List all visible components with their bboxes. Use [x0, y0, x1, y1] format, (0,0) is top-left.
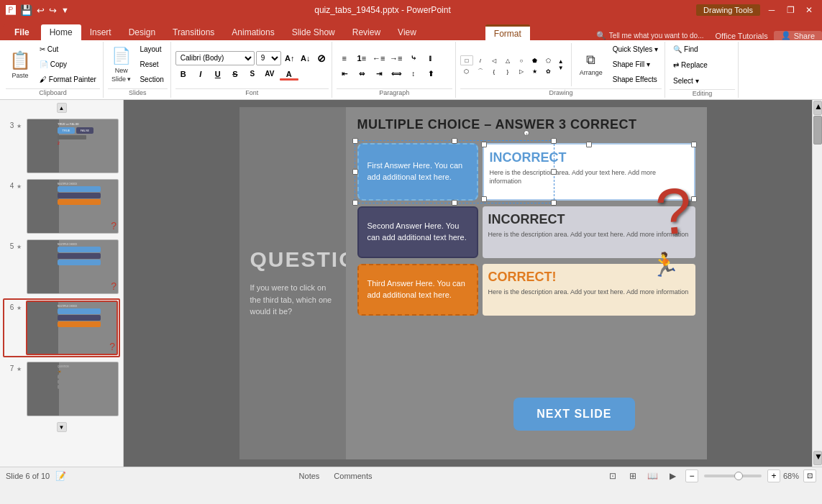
- tab-review[interactable]: Review: [344, 24, 389, 40]
- undo-icon[interactable]: ↩: [37, 5, 45, 16]
- font-family-select[interactable]: Calibri (Body): [175, 51, 255, 65]
- restore-button[interactable]: ❐: [783, 4, 798, 16]
- slide-thumb-3[interactable]: 3 ★ TRUE or FALSE TRUE FALSE 2: [3, 117, 120, 175]
- paste-button[interactable]: 📋 Paste: [6, 45, 35, 85]
- scroll-down-button[interactable]: ▼: [3, 422, 120, 432]
- increase-indent-button[interactable]: →≡: [388, 51, 404, 65]
- zoom-out-button[interactable]: −: [685, 469, 698, 482]
- fit-button[interactable]: ⊡: [803, 469, 816, 482]
- new-slide-button[interactable]: 📄 New Slide ▾: [108, 45, 135, 85]
- numbering-button[interactable]: 1≡: [354, 51, 370, 65]
- tab-insert[interactable]: Insert: [81, 24, 120, 40]
- strikethrough-button[interactable]: S: [227, 67, 243, 81]
- arrange-button[interactable]: ⧉ Arrange: [576, 45, 606, 85]
- shape-fill-button[interactable]: Shape Fill ▾: [609, 58, 662, 72]
- decrease-indent-button[interactable]: ←≡: [371, 51, 387, 65]
- shadow-button[interactable]: S: [245, 67, 260, 81]
- redo-icon[interactable]: ↪: [49, 5, 57, 16]
- shape-item[interactable]: ✿: [542, 66, 555, 76]
- tell-me-box[interactable]: 🔍 Tell me what you want to do...: [590, 31, 710, 40]
- italic-button[interactable]: I: [193, 67, 209, 81]
- handle-tl[interactable]: [352, 138, 358, 144]
- columns-button[interactable]: ⫿: [423, 51, 439, 65]
- res-handle-tr[interactable]: [691, 142, 697, 147]
- tab-transitions[interactable]: Transitions: [164, 24, 223, 40]
- shape-item[interactable]: ◁: [488, 55, 501, 65]
- shape-item[interactable]: □: [460, 55, 473, 65]
- align-right-button[interactable]: ⇥: [371, 67, 387, 81]
- replace-button[interactable]: ⇄ Replace: [670, 58, 711, 72]
- shape-effects-button[interactable]: Shape Effects: [609, 73, 662, 87]
- decrease-font-button[interactable]: A↓: [298, 51, 313, 65]
- slide-thumb-6[interactable]: 6 ★ MULTIPLE CHOICE ?: [3, 298, 120, 357]
- smartart-button[interactable]: ⤷: [406, 51, 421, 65]
- reading-view-button[interactable]: 📖: [645, 469, 661, 482]
- clear-format-button[interactable]: ⊘: [314, 51, 329, 65]
- slide-thumb-5[interactable]: 5 ★ MULTIPLE CHOICE ?: [3, 238, 120, 295]
- close-button[interactable]: ✕: [802, 4, 816, 16]
- tab-file[interactable]: File: [3, 24, 41, 40]
- bold-button[interactable]: B: [175, 67, 191, 81]
- save-icon[interactable]: 💾: [20, 4, 32, 16]
- zoom-slider[interactable]: [704, 475, 762, 477]
- bullets-button[interactable]: ≡: [337, 51, 352, 65]
- zoom-thumb[interactable]: [734, 472, 743, 480]
- handle-bl[interactable]: [352, 200, 358, 206]
- shape-item[interactable]: ⬡: [460, 66, 473, 76]
- shape-item[interactable]: △: [501, 55, 514, 65]
- scroll-up-button[interactable]: ▲: [3, 103, 120, 113]
- answer-box-1[interactable]: First Answer Here. You can add additiona…: [357, 143, 478, 201]
- tab-slideshow[interactable]: Slide Show: [283, 24, 344, 40]
- cut-button[interactable]: ✂ Cut: [36, 42, 100, 57]
- next-slide-button[interactable]: NEXT SLIDE: [513, 398, 634, 431]
- slide-img-3[interactable]: TRUE or FALSE TRUE FALSE 2: [27, 119, 119, 173]
- res-handle-bl[interactable]: [481, 196, 487, 202]
- slide-thumb-4[interactable]: 4 ★ MULTIPLE CHOICE ?: [3, 178, 120, 235]
- shape-item[interactable]: ★: [529, 66, 542, 76]
- minimize-button[interactable]: ─: [764, 4, 779, 16]
- select-button[interactable]: Select ▾: [670, 73, 703, 88]
- layout-button[interactable]: Layout: [136, 42, 167, 57]
- slideshow-view-button[interactable]: ▶: [665, 469, 681, 482]
- slide-img-7[interactable]: QUESTION 🦋: [27, 362, 119, 416]
- slide-img-5[interactable]: MULTIPLE CHOICE ?: [27, 239, 119, 294]
- slide-sorter-button[interactable]: ⊞: [625, 469, 641, 482]
- customize-icon[interactable]: ▼: [61, 6, 69, 14]
- notes-button[interactable]: Notes: [295, 472, 324, 480]
- quick-styles-button[interactable]: Quick Styles ▾: [609, 42, 662, 57]
- answer-box-3[interactable]: Third Answer Here. You can add additiona…: [357, 264, 478, 316]
- underline-button[interactable]: U: [210, 67, 226, 81]
- shape-item[interactable]: ▷: [515, 66, 528, 76]
- handle-bm[interactable]: [452, 200, 457, 206]
- align-left-button[interactable]: ⇤: [337, 67, 352, 81]
- res-handle-tl[interactable]: [481, 142, 487, 147]
- slide-thumb-7[interactable]: 7 ★ QUESTION 🦋: [3, 360, 120, 418]
- shape-item[interactable]: ⬠: [542, 55, 555, 65]
- font-size-select[interactable]: 9: [256, 51, 281, 65]
- shape-item[interactable]: }: [501, 66, 514, 76]
- res-handle-tm[interactable]: [586, 142, 592, 147]
- justify-button[interactable]: ⟺: [388, 67, 404, 81]
- vertical-scrollbar[interactable]: ▲ ▼: [812, 100, 822, 467]
- shape-item[interactable]: {: [488, 66, 501, 76]
- tab-animations[interactable]: Animations: [223, 24, 283, 40]
- slide-img-4[interactable]: MULTIPLE CHOICE ?: [27, 179, 119, 234]
- shape-item[interactable]: ⌒: [474, 66, 487, 76]
- section-button[interactable]: Section: [136, 73, 167, 87]
- handle-br[interactable]: [551, 200, 557, 206]
- reset-button[interactable]: Reset: [136, 58, 167, 72]
- format-painter-button[interactable]: 🖌 Format Painter: [36, 73, 100, 87]
- text-direction-button[interactable]: ⬆: [423, 67, 439, 81]
- shape-item[interactable]: ○: [515, 55, 528, 65]
- zoom-in-button[interactable]: +: [767, 469, 780, 482]
- shape-item[interactable]: ⬟: [529, 55, 542, 65]
- tab-design[interactable]: Design: [120, 24, 164, 40]
- tab-view[interactable]: View: [389, 24, 425, 40]
- share-btn[interactable]: 👤 Share: [774, 31, 822, 40]
- office-tutorials-btn[interactable]: Office Tutorials: [709, 32, 773, 40]
- char-spacing-button[interactable]: AV: [262, 67, 278, 81]
- slide-img-6[interactable]: MULTIPLE CHOICE ?: [26, 301, 118, 355]
- font-color-button[interactable]: A: [279, 67, 299, 81]
- tab-home[interactable]: Home: [41, 24, 81, 40]
- answer-box-2[interactable]: Second Answer Here. You can add addition…: [357, 206, 478, 258]
